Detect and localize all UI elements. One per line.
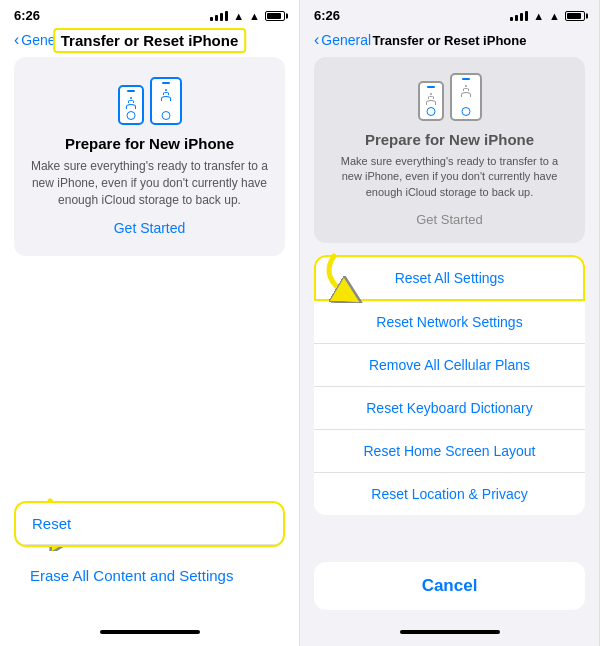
- phone-large-icon: [150, 77, 182, 125]
- chevron-left-icon-r: ‹: [314, 31, 319, 49]
- left-phone-panel: 6:26 ▲ ▲ ‹ General Transfer or Reset iPh…: [0, 0, 300, 646]
- battery-icon-r: [565, 11, 585, 21]
- prepare-title-left: Prepare for New iPhone: [30, 135, 269, 152]
- reset-keyboard-dictionary-button[interactable]: Reset Keyboard Dictionary: [314, 387, 585, 430]
- arrow-annotation-right: [314, 248, 374, 303]
- cancel-button[interactable]: Cancel: [314, 562, 585, 610]
- prepare-title-right: Prepare for New iPhone: [330, 131, 569, 148]
- get-started-right[interactable]: Get Started: [330, 212, 569, 227]
- reset-network-settings-button[interactable]: Reset Network Settings: [314, 301, 585, 344]
- signal-strength-icon-r: ▲: [549, 10, 560, 22]
- prepare-card-left: Prepare for New iPhone Make sure everyth…: [14, 57, 285, 256]
- right-content: Prepare for New iPhone Make sure everyth…: [300, 57, 599, 562]
- wifi-signal-left: [126, 97, 136, 109]
- nav-bar-left: ‹ General Transfer or Reset iPhone: [0, 27, 299, 57]
- page-title-right: Transfer or Reset iPhone: [373, 33, 527, 48]
- remove-cellular-plans-button[interactable]: Remove All Cellular Plans: [314, 344, 585, 387]
- phones-icon-right: [330, 73, 569, 121]
- battery-icon: [265, 11, 285, 21]
- back-label-right: General: [321, 32, 371, 48]
- page-title-left: Transfer or Reset iPhone: [53, 28, 247, 53]
- wifi-signal-right: [161, 89, 171, 101]
- status-bar-right: 6:26 ▲ ▲: [300, 0, 599, 27]
- erase-button-left[interactable]: Erase All Content and Settings: [14, 555, 285, 596]
- right-phone-panel: 6:26 ▲ ▲ ‹ General Transfer or Reset iPh…: [300, 0, 600, 646]
- phone-small-icon: [118, 85, 144, 125]
- reset-location-privacy-button[interactable]: Reset Location & Privacy: [314, 473, 585, 515]
- time-right: 6:26: [314, 8, 340, 23]
- reset-section-left: Reset Erase All Content and Settings: [14, 501, 285, 596]
- nav-bar-right: ‹ General Transfer or Reset iPhone: [300, 27, 599, 57]
- status-icons-right: ▲ ▲: [510, 10, 585, 22]
- phone-sm-right: [418, 81, 444, 121]
- time-left: 6:26: [14, 8, 40, 23]
- chevron-left-icon: ‹: [14, 31, 19, 49]
- prepare-desc-left: Make sure everything's ready to transfer…: [30, 158, 269, 208]
- prepare-card-right: Prepare for New iPhone Make sure everyth…: [314, 57, 585, 243]
- home-indicator-left: [0, 618, 299, 646]
- wifi-icon: ▲: [233, 10, 244, 22]
- back-button-right[interactable]: ‹ General: [314, 31, 371, 49]
- reset-home-screen-layout-button[interactable]: Reset Home Screen Layout: [314, 430, 585, 473]
- phones-icon-left: [30, 77, 269, 125]
- prepare-desc-right: Make sure everything's ready to transfer…: [330, 154, 569, 200]
- status-icons-left: ▲ ▲: [210, 10, 285, 22]
- signal-icon-r: [510, 11, 528, 21]
- cancel-section: Cancel: [300, 562, 599, 610]
- status-bar-left: 6:26 ▲ ▲: [0, 0, 299, 27]
- phone-lg-right: [450, 73, 482, 121]
- get-started-button-left[interactable]: Get Started: [30, 220, 269, 236]
- wifi-icon-r: ▲: [533, 10, 544, 22]
- signal-icon: [210, 11, 228, 21]
- signal-strength-icon: ▲: [249, 10, 260, 22]
- reset-button-left[interactable]: Reset: [16, 503, 283, 545]
- home-indicator-right: [300, 618, 599, 646]
